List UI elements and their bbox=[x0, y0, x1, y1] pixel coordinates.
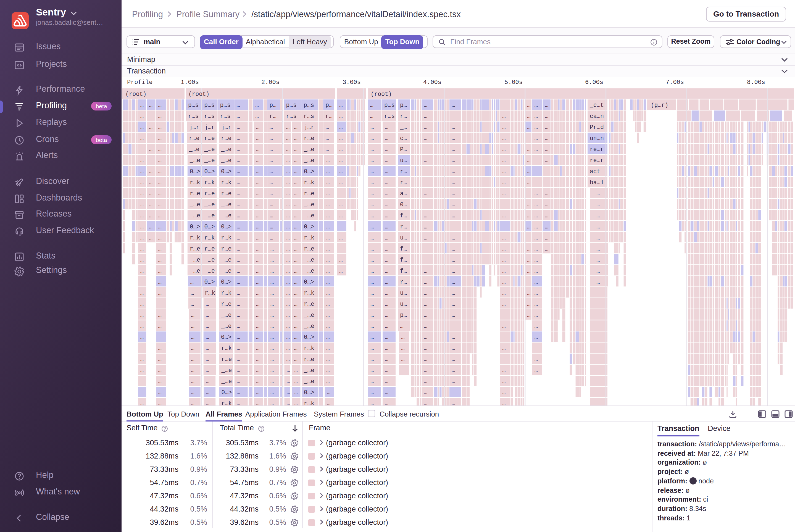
svg-text:…: … bbox=[270, 312, 274, 319]
svg-text:…: … bbox=[158, 234, 162, 241]
svg-text:…: … bbox=[502, 323, 506, 329]
svg-text:…: … bbox=[140, 312, 144, 319]
svg-text:…: … bbox=[502, 378, 506, 385]
svg-text:0…>: 0…> bbox=[221, 224, 231, 230]
svg-text:…: … bbox=[502, 301, 506, 307]
svg-text:…: … bbox=[237, 290, 240, 297]
svg-text:p…: p… bbox=[400, 102, 407, 109]
svg-text:_…e: _…e bbox=[189, 212, 200, 219]
svg-text:…: … bbox=[294, 256, 298, 263]
svg-text:…: … bbox=[140, 334, 144, 341]
svg-text:r…e: r…e bbox=[304, 356, 314, 363]
svg-text:…: … bbox=[158, 256, 162, 263]
svg-text:…: … bbox=[140, 224, 144, 230]
svg-text:…: … bbox=[256, 389, 260, 396]
svg-text:…: … bbox=[256, 367, 260, 374]
svg-text:…: … bbox=[206, 334, 209, 341]
svg-text:…: … bbox=[237, 201, 240, 208]
svg-text:…: … bbox=[140, 157, 144, 164]
svg-text:…: … bbox=[191, 356, 194, 363]
svg-text:…: … bbox=[294, 179, 298, 186]
svg-text:…: … bbox=[140, 212, 144, 219]
svg-text:(root): (root) bbox=[126, 91, 146, 97]
svg-text:…: … bbox=[294, 268, 298, 274]
svg-text:r…s: r…s bbox=[204, 113, 215, 120]
svg-text:…: … bbox=[371, 135, 374, 142]
svg-text:…: … bbox=[371, 290, 374, 297]
svg-text:0…>: 0…> bbox=[304, 334, 314, 341]
svg-text:r…e: r…e bbox=[190, 246, 200, 252]
svg-text:…: … bbox=[424, 367, 427, 374]
svg-text:…: … bbox=[149, 212, 153, 219]
svg-text:…: … bbox=[149, 124, 153, 131]
svg-text:…: … bbox=[527, 157, 531, 164]
svg-text:_…e: _…e bbox=[304, 146, 314, 153]
svg-text:r…e: r…e bbox=[204, 246, 215, 252]
svg-text:…: … bbox=[452, 102, 455, 109]
svg-text:…: … bbox=[294, 400, 298, 405]
svg-text:r…k: r…k bbox=[205, 290, 215, 297]
svg-text:…: … bbox=[158, 246, 162, 252]
svg-text:…: … bbox=[326, 246, 330, 252]
svg-text:ba…1: ba…1 bbox=[590, 179, 604, 186]
svg-text:…: … bbox=[286, 279, 290, 285]
svg-text:p…: p… bbox=[269, 102, 276, 109]
svg-text:…: … bbox=[270, 168, 273, 175]
svg-text:…: … bbox=[527, 113, 531, 120]
svg-text:…: … bbox=[452, 345, 455, 352]
svg-text:…: … bbox=[502, 367, 506, 374]
svg-text:…: … bbox=[527, 268, 531, 274]
svg-text:p…s: p…s bbox=[188, 102, 198, 109]
svg-text:_…e: _…e bbox=[221, 378, 232, 385]
svg-text:…: … bbox=[255, 102, 259, 109]
svg-text:…: … bbox=[294, 190, 298, 197]
svg-text:…: … bbox=[452, 234, 455, 241]
svg-text:…: … bbox=[158, 323, 162, 329]
svg-text:_…e: _…e bbox=[304, 201, 314, 208]
svg-text:…: … bbox=[286, 124, 290, 131]
svg-text:…: … bbox=[270, 268, 274, 274]
svg-text:0…>: 0…> bbox=[304, 224, 314, 230]
svg-text:_…e: _…e bbox=[221, 312, 231, 319]
svg-text:…: … bbox=[256, 201, 260, 208]
svg-text:…: … bbox=[236, 102, 240, 109]
svg-text:j…r: j…r bbox=[304, 124, 314, 131]
svg-text:…: … bbox=[237, 212, 240, 219]
svg-text:…: … bbox=[597, 212, 600, 219]
svg-text:(root): (root) bbox=[188, 91, 209, 97]
svg-text:…: … bbox=[286, 190, 290, 197]
svg-text:r…k: r…k bbox=[304, 345, 314, 352]
svg-text:_…e: _…e bbox=[221, 268, 231, 274]
svg-text:r…e: r…e bbox=[221, 190, 231, 197]
svg-text:…: … bbox=[158, 168, 162, 175]
svg-text:…: … bbox=[326, 290, 330, 297]
svg-text:r…e: r…e bbox=[221, 135, 231, 142]
svg-text:r…: r… bbox=[400, 224, 407, 230]
svg-text:…: … bbox=[452, 312, 455, 319]
svg-text:…: … bbox=[385, 378, 389, 385]
svg-text:…: … bbox=[256, 146, 260, 153]
svg-text:f…: f… bbox=[400, 212, 407, 219]
svg-text:…: … bbox=[158, 190, 162, 197]
svg-text:…: … bbox=[371, 201, 374, 208]
svg-text:…: … bbox=[371, 312, 374, 319]
svg-text:…: … bbox=[149, 190, 153, 197]
svg-text:r…e: r…e bbox=[221, 301, 231, 307]
svg-text:…: … bbox=[256, 301, 260, 307]
svg-text:…: … bbox=[191, 290, 194, 297]
svg-text:…: … bbox=[158, 212, 162, 219]
svg-text:_…e: _…e bbox=[221, 157, 231, 164]
svg-text:…: … bbox=[597, 201, 600, 208]
svg-text:…: … bbox=[534, 234, 538, 241]
svg-text:…: … bbox=[256, 400, 260, 405]
svg-text:…: … bbox=[371, 356, 374, 363]
svg-text:…: … bbox=[371, 246, 374, 252]
svg-text:…: … bbox=[545, 246, 548, 252]
svg-text:…: … bbox=[294, 301, 298, 307]
svg-text:…: … bbox=[401, 356, 405, 363]
svg-text:…: … bbox=[294, 290, 298, 297]
svg-text:0…>: 0…> bbox=[221, 389, 232, 396]
svg-text:…: … bbox=[325, 135, 329, 142]
svg-text:…: … bbox=[545, 190, 548, 197]
svg-text:…: … bbox=[158, 102, 162, 109]
